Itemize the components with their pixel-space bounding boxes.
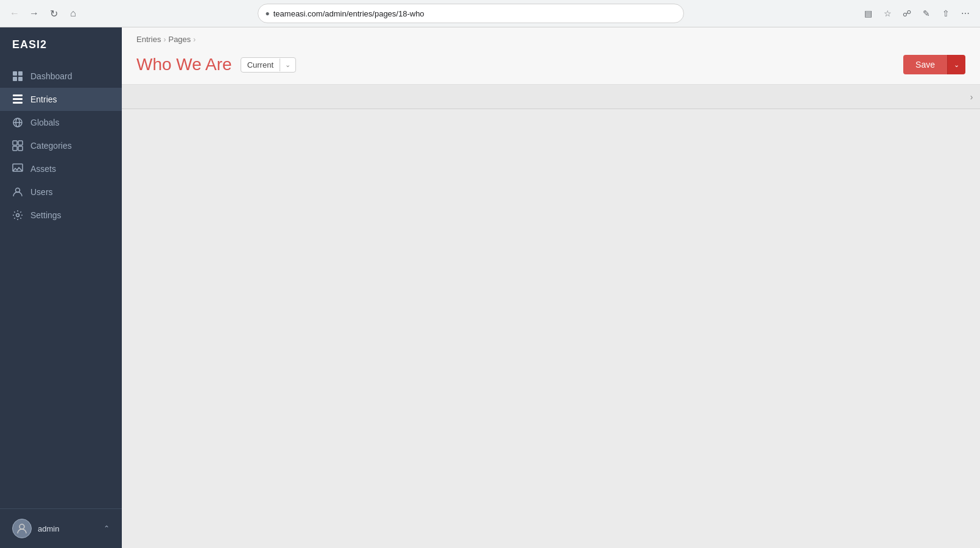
save-button-group: Save ⌄ [903,55,965,74]
svg-rect-4 [13,94,23,96]
sidebar-item-entries[interactable]: Entries [0,88,122,111]
tabs-bar: › [122,85,980,109]
annotate-button[interactable]: ✎ [918,5,935,22]
tabs-toggle-button[interactable]: › [963,85,980,109]
svg-rect-5 [13,98,23,100]
status-badge-label: Current [241,58,280,72]
browser-actions: ▤ ☆ ☍ ✎ ⇧ ⋯ [859,5,974,22]
sidebar-user: admin [12,519,59,538]
reader-mode-button[interactable]: ▤ [859,5,876,22]
page-title-left: Who We Are Current ⌄ [136,55,296,74]
page-title: Who We Are [136,55,232,74]
browser-nav-buttons: ← → ↻ ⌂ [6,5,82,22]
share-button[interactable]: ⇧ [937,5,954,22]
reload-button[interactable]: ↻ [45,5,62,22]
svg-rect-0 [13,71,17,76]
categories-icon [12,140,23,151]
svg-rect-6 [13,102,23,104]
svg-rect-12 [13,146,17,151]
sidebar-footer: admin ⌃ [0,508,122,548]
address-bar[interactable]: ● teameasi.com/admin/entries/pages/18-wh… [258,4,684,23]
save-button[interactable]: Save [903,55,947,74]
svg-point-17 [19,524,24,529]
sidebar-item-label-settings: Settings [30,210,62,220]
user-menu-toggle[interactable]: ⌃ [104,524,110,533]
home-button[interactable]: ⌂ [65,5,82,22]
page-header: Entries › Pages › Who We Are Current ⌄ S… [122,27,980,85]
breadcrumb-sep-1: › [163,35,166,44]
sidebar-item-label-categories: Categories [30,141,72,151]
entries-icon [12,94,23,105]
back-button[interactable]: ← [6,5,23,22]
save-dropdown-chevron-icon: ⌄ [954,61,959,69]
sidebar-item-assets[interactable]: Assets [0,157,122,180]
svg-rect-11 [18,141,23,145]
url-display: teameasi.com/admin/entries/pages/18-who [273,9,676,18]
svg-point-16 [16,214,19,217]
sidebar-item-label-dashboard: Dashboard [30,71,72,81]
sidebar-item-users[interactable]: Users [0,180,122,204]
forward-button[interactable]: → [26,5,43,22]
svg-rect-1 [18,71,23,76]
more-button[interactable]: ⋯ [957,5,974,22]
sidebar-item-label-assets: Assets [30,164,56,174]
app-container: EASI2 Dashboard Entries Globals [0,27,980,548]
sidebar-item-dashboard[interactable]: Dashboard [0,65,122,88]
sidebar-item-categories[interactable]: Categories [0,134,122,157]
avatar [12,519,32,538]
status-chevron-icon: ⌄ [280,59,295,71]
sidebar-item-globals[interactable]: Globals [0,111,122,134]
sidebar-logo: EASI2 [0,27,122,62]
svg-rect-3 [18,77,23,81]
sidebar-nav: Dashboard Entries Globals Categories [0,62,122,508]
sidebar: EASI2 Dashboard Entries Globals [0,27,122,548]
page-title-row: Who We Are Current ⌄ Save ⌄ [136,49,965,84]
assets-icon [12,163,23,174]
breadcrumb: Entries › Pages › [136,27,965,49]
users-icon [12,187,23,197]
svg-rect-10 [13,141,17,145]
breadcrumb-pages[interactable]: Pages [168,35,191,44]
content-area [122,109,980,548]
breadcrumb-entries[interactable]: Entries [136,35,161,44]
settings-icon [12,210,23,221]
username-label: admin [38,524,59,533]
sidebar-item-label-globals: Globals [30,118,59,127]
svg-rect-2 [13,77,17,81]
dashboard-icon [12,71,23,82]
bookmark-button[interactable]: ☆ [879,5,896,22]
svg-rect-13 [18,146,23,151]
browser-chrome: ← → ↻ ⌂ ● teameasi.com/admin/entries/pag… [0,0,980,27]
extensions-button[interactable]: ☍ [898,5,915,22]
breadcrumb-sep-2: › [193,35,196,44]
save-dropdown-button[interactable]: ⌄ [947,55,965,74]
security-icon: ● [266,9,270,18]
sidebar-item-label-users: Users [30,187,53,197]
sidebar-item-settings[interactable]: Settings [0,204,122,227]
sidebar-item-label-entries: Entries [30,94,57,104]
globals-icon [12,117,23,128]
status-badge[interactable]: Current ⌄ [241,57,296,73]
main-content: Entries › Pages › Who We Are Current ⌄ S… [122,27,980,548]
